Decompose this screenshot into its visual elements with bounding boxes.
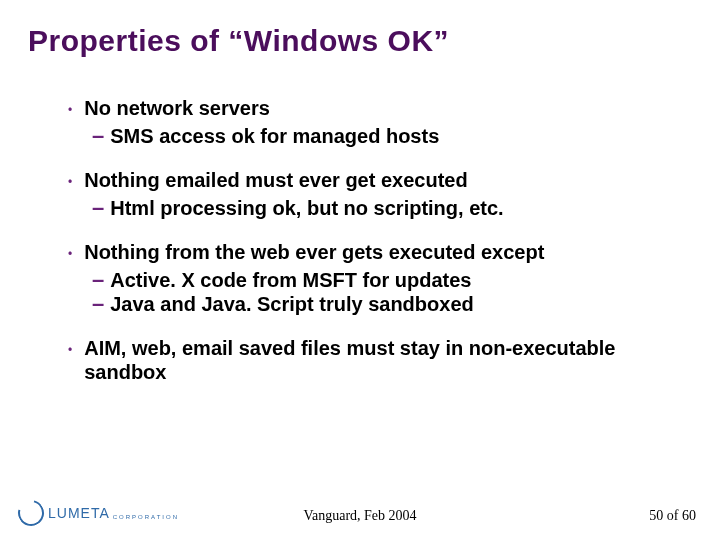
bullet-text: AIM, web, email saved files must stay in… xyxy=(84,336,690,384)
dash-icon: – xyxy=(92,124,104,148)
bullet-list: • No network servers – SMS access ok for… xyxy=(68,96,690,384)
bullet-item: • Nothing emailed must ever get executed… xyxy=(68,168,690,220)
footer-center-text: Vanguard, Feb 2004 xyxy=(0,508,720,524)
sub-bullet-text: Active. X code from MSFT for updates xyxy=(110,268,471,292)
slide-body: • No network servers – SMS access ok for… xyxy=(68,96,690,404)
bullet-dot-icon: • xyxy=(68,170,72,194)
sub-bullet-text: SMS access ok for managed hosts xyxy=(110,124,439,148)
sub-bullet-item: – Active. X code from MSFT for updates xyxy=(92,268,690,292)
bullet-dot-icon: • xyxy=(68,98,72,122)
footer: LUMETA CORPORATION Vanguard, Feb 2004 50… xyxy=(0,502,720,526)
page-of-word: of xyxy=(667,508,679,523)
bullet-dot-icon: • xyxy=(68,242,72,266)
slide-title: Properties of “Windows OK” xyxy=(28,24,692,58)
bullet-text: No network servers xyxy=(84,96,270,120)
bullet-text: Nothing from the web ever gets executed … xyxy=(84,240,544,264)
sub-bullet-text: Html processing ok, but no scripting, et… xyxy=(110,196,503,220)
bullet-item: • AIM, web, email saved files must stay … xyxy=(68,336,690,384)
dash-icon: – xyxy=(92,196,104,220)
page-number: 50 of 60 xyxy=(649,508,696,524)
bullet-text: Nothing emailed must ever get executed xyxy=(84,168,467,192)
bullet-item: • No network servers – SMS access ok for… xyxy=(68,96,690,148)
page-current: 50 xyxy=(649,508,663,523)
bullet-dot-icon: • xyxy=(68,338,72,362)
slide: Properties of “Windows OK” • No network … xyxy=(0,0,720,540)
sub-bullet-text: Java and Java. Script truly sandboxed xyxy=(110,292,473,316)
dash-icon: – xyxy=(92,268,104,292)
dash-icon: – xyxy=(92,292,104,316)
sub-bullet-item: – SMS access ok for managed hosts xyxy=(92,124,690,148)
page-total: 60 xyxy=(682,508,696,523)
sub-bullet-item: – Java and Java. Script truly sandboxed xyxy=(92,292,690,316)
sub-bullet-item: – Html processing ok, but no scripting, … xyxy=(92,196,690,220)
bullet-item: • Nothing from the web ever gets execute… xyxy=(68,240,690,316)
